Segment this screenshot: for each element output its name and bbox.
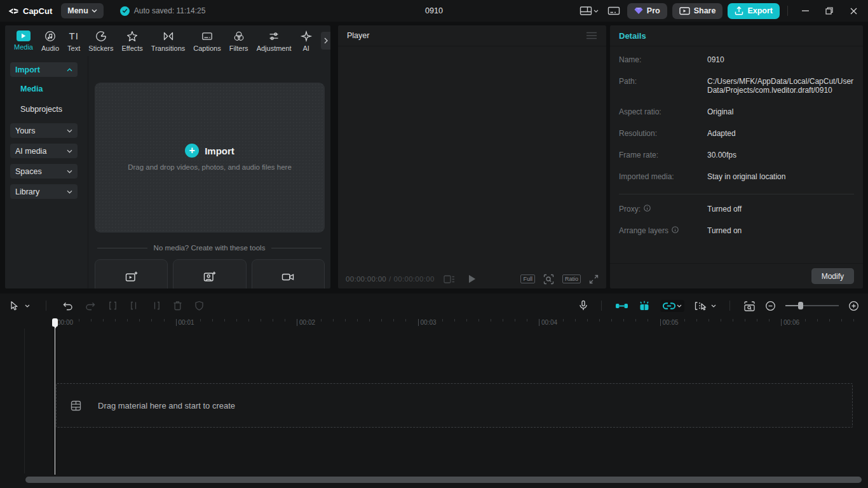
timeline-drop-hint: Drag material here and start to create: [98, 401, 235, 410]
select-tool-button[interactable]: [9, 301, 19, 311]
split-left-button[interactable]: [130, 301, 139, 310]
info-icon[interactable]: [644, 205, 651, 212]
play-button[interactable]: [468, 274, 476, 283]
zoom-in-button[interactable]: [848, 301, 859, 311]
timeline-zoom-slider[interactable]: [785, 301, 839, 310]
link-clips-toggle[interactable]: [663, 302, 675, 310]
tab-audio[interactable]: Audio: [41, 30, 59, 52]
tab-transitions[interactable]: Transitions: [151, 30, 185, 52]
preview-frame-button[interactable]: [743, 301, 756, 311]
delete-button[interactable]: [173, 301, 182, 311]
topbar: CapCut Menu Auto saved: 11:14:25 0910: [0, 0, 868, 22]
zoom-out-button[interactable]: [765, 301, 776, 311]
detail-row-path: Path: C:/Users/MFK/AppData/Local/CapCut/…: [619, 77, 854, 95]
chevron-down-icon: [67, 149, 72, 153]
player-menu-button[interactable]: [586, 32, 597, 39]
redo-button[interactable]: [85, 301, 96, 311]
transitions-icon: [162, 30, 175, 43]
autosave-text: Auto saved: 11:14:25: [134, 6, 206, 15]
details-divider: [619, 194, 854, 194]
tab-effects[interactable]: Effects: [121, 30, 142, 52]
voiceover-mic-button[interactable]: [579, 300, 588, 311]
pro-gem-icon: [634, 7, 643, 15]
captions-icon: [201, 30, 214, 43]
auto-ripple-toggle[interactable]: [638, 301, 651, 311]
link-toggle-group: [660, 300, 684, 312]
more-tabs-button[interactable]: [321, 32, 330, 50]
ruler-time-label: 00:04: [541, 319, 557, 326]
tab-filters[interactable]: Filters: [229, 30, 248, 52]
detail-row-arrange-layers: Arrange layers Turned on: [619, 226, 854, 235]
asset-tabstrip: Media Audio TI Text Stickers Effects: [5, 25, 330, 56]
player-timecode: 00:00:00:00 / 00:00:00:00: [346, 275, 435, 283]
zoom-slider-handle[interactable]: [798, 302, 803, 309]
info-icon[interactable]: [672, 226, 679, 233]
timeline-section: 00:0000:0100:0200:0300:0400:0500:06 Drag…: [0, 294, 868, 488]
detail-row-aspect-ratio: Aspect ratio: Original: [619, 107, 854, 116]
playhead-handle[interactable]: [52, 318, 58, 327]
pro-button[interactable]: Pro: [627, 3, 667, 19]
chevron-down-icon: [92, 9, 97, 13]
sidebar-item-yours[interactable]: Yours: [10, 123, 78, 138]
player-panel: Player 00:00:00:00 / 00:00:00:00 Full Ra…: [338, 25, 606, 288]
close-button[interactable]: [844, 3, 863, 18]
ruler-time-label: 00:03: [421, 319, 437, 326]
caption-view-button[interactable]: [606, 4, 622, 18]
track-seek-dropdown[interactable]: [711, 304, 716, 308]
tab-text[interactable]: TI Text: [67, 30, 80, 52]
select-tool-dropdown[interactable]: [25, 304, 30, 308]
detail-row-resolution: Resolution: Adapted: [619, 129, 854, 138]
topbar-divider: [787, 6, 788, 16]
ruler-time-label: 00:00: [57, 319, 73, 326]
menu-button[interactable]: Menu: [61, 3, 104, 18]
split-right-button[interactable]: [151, 301, 161, 310]
import-dropzone[interactable]: + Import Drag and drop videos, photos, a…: [95, 83, 325, 233]
track-seek-tool-button[interactable]: [694, 301, 707, 311]
filters-icon: [233, 30, 245, 43]
sidebar-item-library[interactable]: Library: [10, 184, 78, 199]
player-viewport[interactable]: [338, 46, 606, 269]
link-dropdown[interactable]: [677, 304, 682, 308]
ai-media-card[interactable]: AI media: [95, 259, 168, 288]
adjustment-icon: [268, 30, 280, 43]
magnetic-snap-toggle[interactable]: [615, 301, 628, 311]
sidebar-item-subprojects[interactable]: Subprojects: [10, 103, 78, 116]
tab-ai[interactable]: AI: [300, 30, 313, 52]
timeline-horizontal-scrollbar[interactable]: [25, 477, 862, 483]
tab-adjustment[interactable]: Adjustment: [257, 30, 292, 52]
toolbar-divider: [601, 301, 602, 311]
audio-icon: [44, 30, 57, 43]
restore-window-button[interactable]: [820, 3, 839, 18]
minimize-button[interactable]: [796, 3, 815, 18]
ai-avatars-card[interactable]: AI avatars: [173, 259, 246, 288]
export-button[interactable]: Export: [728, 3, 780, 19]
sidebar-item-import[interactable]: Import: [10, 62, 78, 77]
share-button[interactable]: Share: [672, 3, 723, 19]
timeline-drop-area[interactable]: Drag material here and start to create: [56, 383, 853, 428]
ruler-time-label: 00:06: [783, 319, 799, 326]
media-tab-icon: [17, 30, 31, 41]
tab-captions[interactable]: Captions: [193, 30, 220, 52]
sidebar-item-media[interactable]: Media: [10, 83, 78, 95]
sidebar-item-ai-media[interactable]: AI media: [10, 144, 78, 158]
mask-shield-button[interactable]: [194, 301, 204, 311]
record-card[interactable]: Record: [252, 259, 325, 288]
pro-button-label: Pro: [647, 6, 660, 15]
timeline-ruler[interactable]: 00:0000:0100:0200:0300:0400:0500:06: [0, 318, 868, 329]
split-button[interactable]: [108, 301, 118, 310]
sparkle-icon: [126, 30, 139, 43]
sidebar-item-spaces[interactable]: Spaces: [10, 164, 78, 179]
ruler-time-label: 00:01: [179, 319, 194, 326]
autosave-status: Auto saved: 11:14:25: [120, 6, 206, 16]
modify-button[interactable]: Modify: [811, 268, 854, 284]
frame-view-icon[interactable]: [444, 275, 455, 283]
tab-media[interactable]: Media: [14, 30, 33, 51]
autosave-check-icon: [120, 6, 130, 16]
chevron-down-icon: [67, 129, 72, 133]
undo-button[interactable]: [62, 301, 73, 311]
tab-stickers[interactable]: Stickers: [88, 30, 113, 52]
layout-switch-button[interactable]: [578, 4, 600, 18]
details-panel: Details Name: 0910 Path: C:/Users/MFK/Ap…: [610, 25, 863, 288]
import-subtitle: Drag and drop videos, photos, and audio …: [128, 163, 292, 171]
chevron-down-icon: [67, 190, 72, 194]
